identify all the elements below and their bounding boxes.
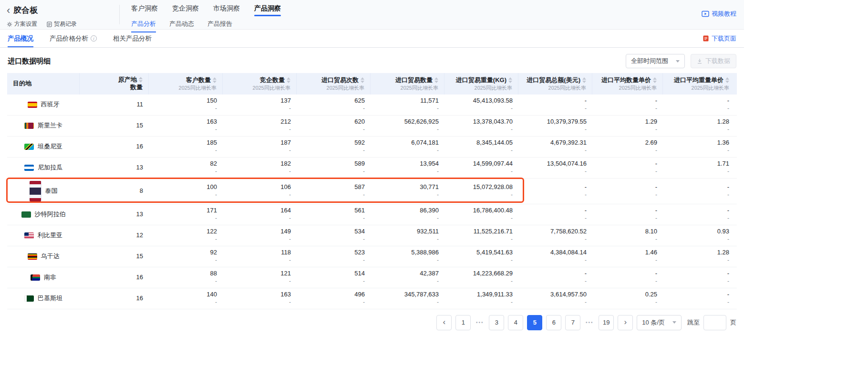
growth-rate-value: - xyxy=(437,126,439,134)
price_wt-value: 1.28 xyxy=(717,249,729,257)
customers-cell: 122 - xyxy=(149,225,223,246)
column-header[interactable]: 原产地数量 xyxy=(80,73,149,95)
origin-count-link[interactable]: 11 xyxy=(137,101,144,109)
page-button-3[interactable]: 3 xyxy=(489,315,504,330)
qty-cell: 6,074,181 - xyxy=(371,137,444,157)
origin-count-link[interactable]: 12 xyxy=(136,231,143,240)
price_qty-cell: - - xyxy=(592,158,663,178)
growth-rate-value: - xyxy=(655,126,657,134)
analysis-tab[interactable]: 产品价格分析i xyxy=(50,30,97,47)
time-range-select[interactable]: 全部时间范围 xyxy=(626,54,685,68)
sort-icon[interactable] xyxy=(361,77,364,83)
page-button-7[interactable]: 7 xyxy=(565,315,580,330)
column-header[interactable]: 客户数量2025同比增长率 xyxy=(149,73,223,95)
weight-value: 5,419,541.63 xyxy=(476,249,513,257)
table-header-row: 目的地 原产地数量 客户数量2025同比增长率 竞企数量2025同比增长率 进口… xyxy=(7,73,737,95)
column-header[interactable]: 进口贸易重量(KG)2025同比增长率 xyxy=(444,73,518,95)
origin-count-link[interactable]: 16 xyxy=(136,143,143,151)
trade-times-link[interactable]: 496 xyxy=(354,291,365,299)
next-page-button[interactable]: › xyxy=(618,315,633,330)
sub-tab[interactable]: 产品动态 xyxy=(169,20,194,32)
download-page-link[interactable]: 下载页面 xyxy=(703,30,736,47)
trade-times-link[interactable]: 514 xyxy=(354,270,365,278)
country-flag-icon xyxy=(28,253,37,260)
trade-times-link[interactable]: 561 xyxy=(354,207,365,215)
trade-times-link[interactable]: 587 xyxy=(354,183,365,191)
weight-value: 14,599,097.44 xyxy=(473,160,513,168)
growth-rate-value: - xyxy=(289,147,291,155)
column-header[interactable]: 进口平均数量单价2025同比增长率 xyxy=(592,73,663,95)
sort-icon[interactable] xyxy=(508,77,512,83)
origin-count-cell: 16 xyxy=(80,267,149,288)
trade-records-link[interactable]: 贸易记录 xyxy=(47,20,77,28)
competitors-value: 182 xyxy=(280,160,291,168)
growth-rate-value: - xyxy=(437,191,439,199)
origin-count-link[interactable]: 15 xyxy=(136,252,143,261)
price_qty-cell: 0.25 - xyxy=(592,288,663,309)
qty-cell: 345,787,633 - xyxy=(371,288,444,309)
weight-cell: 8,345,144.05 - xyxy=(444,137,518,157)
main-tab[interactable]: 市场洞察 xyxy=(213,4,240,16)
growth-rate-value: - xyxy=(363,105,365,113)
sort-icon[interactable] xyxy=(653,77,657,83)
origin-count-link[interactable]: 13 xyxy=(136,210,143,219)
weight-value: 45,413,093.58 xyxy=(473,97,513,105)
competitors-value: 164 xyxy=(280,207,291,215)
weight-value: 8,345,144.05 xyxy=(476,139,513,147)
video-tutorial-link[interactable]: 视频教程 xyxy=(702,10,736,18)
column-header[interactable]: 竞企数量2025同比增长率 xyxy=(223,73,297,95)
trade-times-link[interactable]: 592 xyxy=(354,139,365,147)
customers-cell: 92 - xyxy=(149,246,223,267)
origin-count-link[interactable]: 16 xyxy=(136,294,143,303)
growth-rate-value: - xyxy=(437,105,439,113)
customers-value: 163 xyxy=(207,118,217,126)
times-cell: 625 - xyxy=(297,95,371,115)
qty-value: 13,954 xyxy=(420,160,439,168)
page-button-19[interactable]: 19 xyxy=(599,315,614,330)
growth-rate-value: - xyxy=(655,299,657,306)
origin-count-cell: 8 xyxy=(80,179,149,204)
qty-value: 5,388,986 xyxy=(411,249,439,257)
sort-icon[interactable] xyxy=(213,77,217,83)
prev-page-button[interactable]: ‹ xyxy=(436,315,452,330)
jump-page-input[interactable] xyxy=(703,315,726,330)
sub-tab[interactable]: 产品报告 xyxy=(207,20,232,32)
origin-count-link[interactable]: 15 xyxy=(136,122,143,130)
origin-count-link[interactable]: 8 xyxy=(140,187,143,195)
sort-icon[interactable] xyxy=(287,77,290,83)
growth-rate-value: - xyxy=(289,168,291,176)
column-header[interactable]: 进口平均重量单价2025同比增长率 xyxy=(663,73,735,95)
page-size-select[interactable]: 10 条/页 xyxy=(637,315,682,330)
sort-icon[interactable] xyxy=(725,77,729,83)
main-tab[interactable]: 竞企洞察 xyxy=(172,4,199,16)
download-data-button[interactable]: 下载数据 xyxy=(691,54,736,68)
price_wt-value: - xyxy=(727,207,729,215)
analysis-tab[interactable]: 产品概况 xyxy=(8,30,33,47)
trade-times-link[interactable]: 625 xyxy=(354,97,365,105)
growth-rate-value: - xyxy=(215,236,217,243)
back-icon[interactable]: ‹ xyxy=(7,7,10,14)
origin-count-link[interactable]: 16 xyxy=(136,273,143,282)
origin-count-link[interactable]: 13 xyxy=(136,164,143,172)
page-button-5[interactable]: 5 xyxy=(527,315,542,330)
insight-tabs: 客户洞察竞企洞察市场洞察产品洞察 产品分析产品动态产品报告 xyxy=(120,0,702,29)
trade-times-link[interactable]: 523 xyxy=(354,249,365,257)
sort-icon[interactable] xyxy=(582,77,586,83)
column-header[interactable]: 进口贸易数量2025同比增长率 xyxy=(371,73,444,95)
trade-times-link[interactable]: 589 xyxy=(354,160,365,168)
page-button-6[interactable]: 6 xyxy=(546,315,561,330)
trade-times-link[interactable]: 534 xyxy=(354,228,365,236)
sort-icon[interactable] xyxy=(434,77,438,83)
growth-rate-value: - xyxy=(511,147,513,155)
scheme-settings-link[interactable]: 方案设置 xyxy=(7,20,37,28)
main-tab[interactable]: 产品洞察 xyxy=(254,4,281,16)
trade-times-link[interactable]: 620 xyxy=(354,118,365,126)
competitors-cell: 182 - xyxy=(223,158,297,178)
analysis-tab[interactable]: 相关产品分析 xyxy=(113,30,152,47)
column-header[interactable]: 进口贸易次数2025同比增长率 xyxy=(297,73,371,95)
sort-icon[interactable] xyxy=(139,77,143,83)
page-button-1[interactable]: 1 xyxy=(455,315,471,330)
page-button-4[interactable]: 4 xyxy=(508,315,523,330)
column-header[interactable]: 进口贸易总额(美元)2025同比增长率 xyxy=(518,73,592,95)
main-tab[interactable]: 客户洞察 xyxy=(131,4,158,16)
